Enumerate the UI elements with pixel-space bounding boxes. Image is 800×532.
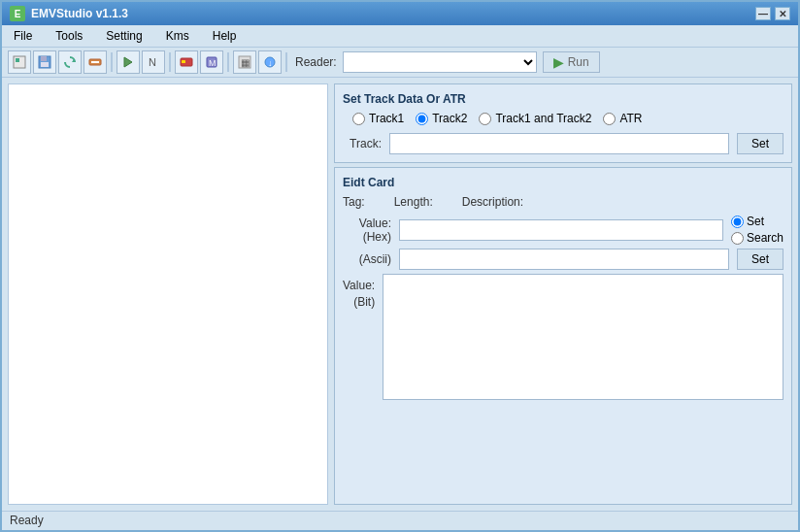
svg-rect-4: [41, 62, 49, 67]
toolbar-btn-card[interactable]: [175, 50, 198, 74]
svg-text:M: M: [209, 58, 217, 68]
svg-rect-3: [41, 56, 47, 61]
toolbar-separator-2: [169, 52, 171, 72]
reader-section: Reader: ▶ Run: [295, 51, 600, 73]
menu-setting[interactable]: Setting: [98, 27, 150, 45]
value-hex-input[interactable]: [399, 219, 723, 241]
eidt-header: Tag: Length: Description:: [343, 195, 783, 209]
radio-atr-input[interactable]: [603, 113, 616, 125]
search-radio-label: Search: [747, 231, 783, 245]
app-icon: E: [10, 6, 25, 21]
radio-atr[interactable]: ATR: [603, 112, 642, 125]
play-icon: ▶: [553, 54, 564, 70]
toolbar-btn-6[interactable]: N: [142, 50, 165, 74]
svg-marker-8: [124, 57, 132, 67]
search-radio-btn[interactable]: Search: [731, 231, 783, 245]
right-panel: Set Track Data Or ATR Track1 Track2 Trac…: [334, 78, 798, 511]
minimize-button[interactable]: —: [755, 7, 771, 20]
radio-track1and2-label: Track1 and Track2: [495, 112, 591, 125]
toolbar-btn-1[interactable]: [8, 50, 31, 74]
radio-track2[interactable]: Track2: [416, 112, 467, 125]
track-section: Set Track Data Or ATR Track1 Track2 Trac…: [334, 83, 792, 163]
reader-label: Reader:: [295, 55, 337, 69]
menu-bar: File Tools Setting Kms Help: [2, 25, 798, 48]
toolbar-separator-1: [111, 52, 113, 72]
description-col-label: Description:: [462, 195, 523, 209]
eidt-section: Eidt Card Tag: Length: Description: Valu…: [334, 167, 792, 505]
svg-text:▦: ▦: [241, 57, 250, 68]
menu-file[interactable]: File: [6, 27, 40, 45]
ascii-set-button[interactable]: Set: [737, 249, 783, 270]
radio-track1[interactable]: Track1: [352, 112, 404, 125]
ascii-input[interactable]: [399, 249, 729, 270]
value-hex-row: Value: (Hex) Set Search: [343, 215, 783, 245]
run-button[interactable]: ▶ Run: [543, 51, 600, 73]
toolbar-btn-save[interactable]: [33, 50, 56, 74]
title-bar: E EMVStudio v1.1.3 — ✕: [2, 2, 798, 25]
value-bit-labels: Value: (Bit): [343, 274, 375, 311]
toolbar-btn-8[interactable]: M: [200, 50, 223, 74]
toolbar-separator-3: [227, 52, 229, 72]
svg-rect-1: [16, 58, 19, 62]
value-right-buttons: Set Search: [731, 215, 783, 245]
menu-kms[interactable]: Kms: [158, 27, 197, 45]
bit-field-label: (Bit): [353, 294, 375, 311]
window-title: EMVStudio v1.1.3: [31, 7, 128, 20]
track-radio-group: Track1 Track2 Track1 and Track2 ATR: [343, 112, 783, 125]
menu-help[interactable]: Help: [205, 27, 245, 45]
svg-text:↓: ↓: [268, 58, 273, 68]
set-radio-btn[interactable]: Set: [731, 215, 783, 228]
toolbar-btn-5[interactable]: [117, 50, 140, 74]
track-input-row: Track: Set: [343, 133, 783, 154]
main-content: Set Track Data Or ATR Track1 Track2 Trac…: [2, 78, 798, 511]
track-set-button[interactable]: Set: [737, 133, 783, 154]
toolbar-btn-10[interactable]: ↓: [258, 50, 282, 74]
menu-tools[interactable]: Tools: [48, 27, 90, 45]
toolbar-btn-refresh[interactable]: [58, 50, 82, 74]
reader-dropdown[interactable]: [343, 51, 537, 73]
close-button[interactable]: ✕: [775, 7, 790, 20]
toolbar: N M ▦ ↓ Reader: ▶ Run: [2, 48, 798, 78]
ascii-row: (Ascii) Set: [343, 249, 783, 270]
radio-track1-input[interactable]: [352, 113, 365, 125]
tag-col-label: Tag:: [343, 195, 365, 209]
svg-text:N: N: [149, 56, 156, 68]
toolbar-separator-4: [285, 52, 287, 72]
track-input-field[interactable]: [389, 133, 729, 154]
radio-track1and2[interactable]: Track1 and Track2: [479, 112, 591, 125]
eidt-section-title: Eidt Card: [343, 176, 783, 189]
left-panel: [8, 83, 328, 505]
svg-rect-11: [182, 60, 185, 63]
svg-rect-7: [91, 61, 99, 63]
bit-value-box: [383, 274, 783, 400]
set-radio-label: Set: [747, 215, 764, 228]
search-radio-input[interactable]: [731, 232, 744, 245]
ascii-field-label: (Ascii): [343, 252, 391, 266]
track-field-label: Track:: [343, 137, 382, 150]
value-bit-section: Value: (Bit): [343, 274, 783, 400]
radio-track1-label: Track1: [369, 112, 404, 125]
length-col-label: Length:: [394, 195, 433, 209]
status-text: Ready: [10, 514, 44, 527]
title-bar-left: E EMVStudio v1.1.3: [10, 6, 128, 21]
value-hex-field-label: Value: (Hex): [343, 216, 391, 244]
radio-track1and2-input[interactable]: [479, 113, 491, 125]
value-bit-field-label: Value:: [343, 278, 375, 294]
track-section-title: Set Track Data Or ATR: [343, 92, 783, 106]
radio-track2-label: Track2: [432, 112, 467, 125]
set-radio-input[interactable]: [731, 216, 744, 228]
radio-atr-label: ATR: [619, 112, 642, 125]
radio-track2-input[interactable]: [416, 113, 428, 125]
toolbar-btn-9[interactable]: ▦: [233, 50, 256, 74]
run-label: Run: [568, 55, 589, 69]
title-controls: — ✕: [755, 7, 790, 20]
status-bar: Ready: [2, 511, 798, 530]
toolbar-btn-4[interactable]: [83, 50, 107, 74]
main-window: E EMVStudio v1.1.3 — ✕ File Tools Settin…: [0, 0, 800, 532]
